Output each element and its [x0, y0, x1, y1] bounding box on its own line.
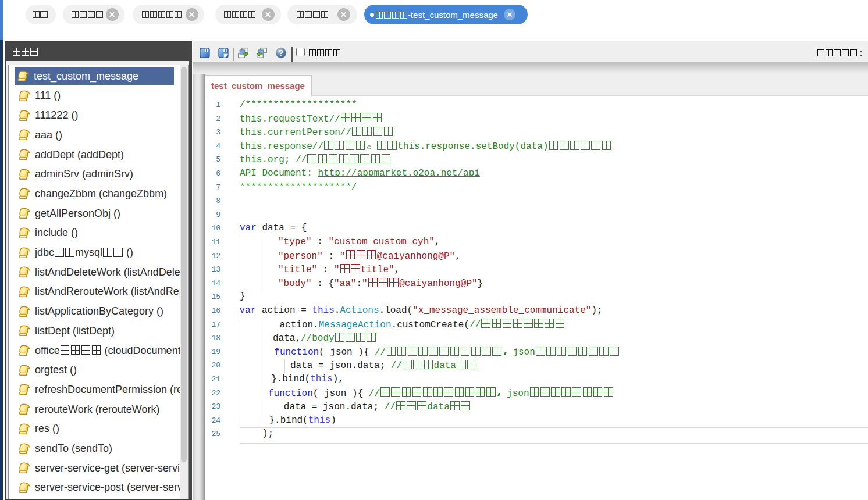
svg-text:?: ?	[279, 48, 284, 58]
